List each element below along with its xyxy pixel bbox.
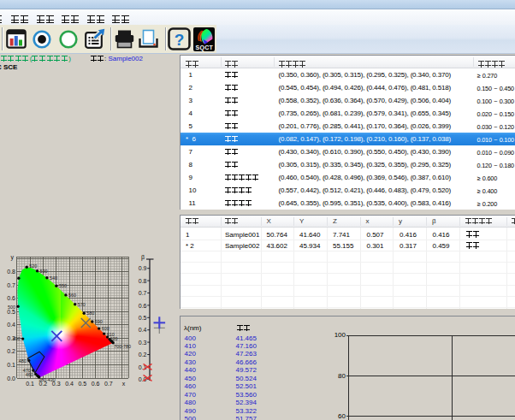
svg-text:620: 620 <box>110 336 118 341</box>
svg-text:490: 490 <box>13 336 21 341</box>
svg-text:600: 600 <box>102 326 110 331</box>
svg-text:0.7: 0.7 <box>139 290 147 296</box>
svg-text:0.8: 0.8 <box>139 278 147 284</box>
svg-text:540: 540 <box>50 275 57 281</box>
svg-text:580: 580 <box>86 311 94 316</box>
svg-text:SQCT: SQCT <box>195 44 213 51</box>
svg-text:0.6: 0.6 <box>139 303 147 309</box>
svg-text:520: 520 <box>29 263 37 269</box>
svg-text:570: 570 <box>78 302 86 307</box>
svg-text:0.4: 0.4 <box>139 327 147 333</box>
svg-text:530: 530 <box>40 269 48 274</box>
svg-text:480: 480 <box>19 358 27 364</box>
svg-text:700-780: 700-780 <box>114 344 131 349</box>
svg-text:0.3: 0.3 <box>139 340 147 346</box>
svg-text:0.9: 0.9 <box>139 265 147 271</box>
svg-text:460: 460 <box>26 372 33 377</box>
svg-text:0.5: 0.5 <box>139 315 147 321</box>
svg-text:550: 550 <box>59 283 67 288</box>
svg-text:500: 500 <box>8 305 15 310</box>
svg-text:0.2: 0.2 <box>139 352 147 358</box>
svg-text:380-430: 380-430 <box>38 377 56 382</box>
svg-text:β: β <box>141 254 145 261</box>
svg-text:560: 560 <box>68 293 76 298</box>
svg-text:590: 590 <box>95 319 103 324</box>
svg-text:?: ? <box>175 31 185 49</box>
